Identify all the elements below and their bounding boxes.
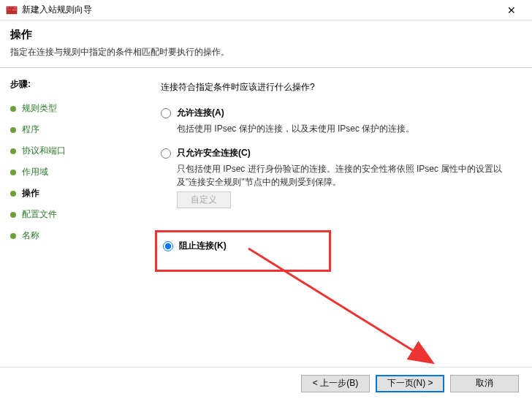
radio-block[interactable] — [163, 241, 173, 251]
option-secure-row[interactable]: 只允许安全连接(C) — [161, 147, 510, 159]
option-allow-desc: 包括使用 IPsec 保护的连接，以及未使用 IPsec 保护的连接。 — [177, 122, 510, 135]
steps-sidebar: 步骤: 规则类型 程序 协议和端口 作用域 操作 配置文件 名称 — [0, 68, 146, 370]
radio-allow[interactable] — [161, 108, 171, 118]
option-allow: 允许连接(A) 包括使用 IPsec 保护的连接，以及未使用 IPsec 保护的… — [161, 107, 510, 135]
step-label: 协议和端口 — [22, 145, 66, 157]
bullet-icon — [10, 170, 16, 175]
step-label: 程序 — [22, 123, 39, 136]
titlebar: 新建入站规则向导 ✕ — [0, 0, 532, 20]
svg-rect-3 — [13, 7, 17, 9]
bullet-icon — [10, 191, 16, 197]
step-label: 操作 — [22, 187, 39, 200]
bullet-icon — [10, 106, 16, 112]
radio-secure[interactable] — [161, 148, 171, 159]
step-label: 规则类型 — [22, 102, 57, 115]
option-block-row[interactable]: 阻止连接(K) — [163, 240, 227, 252]
option-block: 阻止连接(K) — [163, 240, 227, 252]
step-rule-type: 规则类型 — [10, 98, 146, 119]
step-action: 操作 — [10, 183, 146, 204]
option-secure-desc: 只包括使用 IPsec 进行身份验证的连接。连接的安全性将依照 IPsec 属性… — [177, 162, 510, 189]
next-button[interactable]: 下一页(N) > — [376, 375, 444, 392]
svg-rect-1 — [7, 7, 10, 9]
step-program: 程序 — [10, 119, 146, 140]
svg-rect-5 — [12, 9, 17, 11]
main-panel: 连接符合指定条件时应该进行什么操作? 允许连接(A) 包括使用 IPsec 保护… — [146, 68, 532, 370]
step-protocol-ports: 协议和端口 — [10, 140, 146, 162]
step-scope: 作用域 — [10, 162, 146, 183]
svg-rect-4 — [7, 9, 12, 11]
step-name: 名称 — [10, 225, 146, 246]
bullet-icon — [10, 127, 16, 133]
steps-heading: 步骤: — [10, 78, 146, 91]
customize-button: 自定义 — [177, 191, 231, 208]
window-title: 新建入站规则向导 — [22, 4, 497, 16]
option-block-title: 阻止连接(K) — [179, 240, 227, 252]
bullet-icon — [10, 148, 16, 154]
step-label: 作用域 — [22, 166, 48, 178]
option-allow-title: 允许连接(A) — [177, 107, 224, 119]
close-button[interactable]: ✕ — [497, 0, 526, 20]
step-profile: 配置文件 — [10, 204, 146, 225]
question-text: 连接符合指定条件时应该进行什么操作? — [161, 81, 510, 94]
step-label: 配置文件 — [22, 208, 57, 221]
highlighted-box: 阻止连接(K) — [155, 230, 331, 272]
firewall-icon — [6, 4, 18, 16]
bullet-icon — [10, 212, 16, 218]
option-allow-row[interactable]: 允许连接(A) — [161, 107, 510, 119]
svg-rect-2 — [10, 7, 13, 9]
cancel-button[interactable]: 取消 — [450, 375, 519, 392]
footer-buttons: < 上一步(B) 下一页(N) > 取消 — [0, 367, 532, 399]
page-title: 操作 — [10, 28, 522, 42]
option-secure: 只允许安全连接(C) 只包括使用 IPsec 进行身份验证的连接。连接的安全性将… — [161, 147, 510, 218]
step-label: 名称 — [22, 229, 39, 242]
page-description: 指定在连接与规则中指定的条件相匹配时要执行的操作。 — [10, 46, 522, 58]
header-section: 操作 指定在连接与规则中指定的条件相匹配时要执行的操作。 — [0, 20, 532, 68]
bullet-icon — [10, 233, 16, 239]
option-secure-title: 只允许安全连接(C) — [177, 147, 251, 159]
back-button[interactable]: < 上一步(B) — [301, 375, 370, 392]
